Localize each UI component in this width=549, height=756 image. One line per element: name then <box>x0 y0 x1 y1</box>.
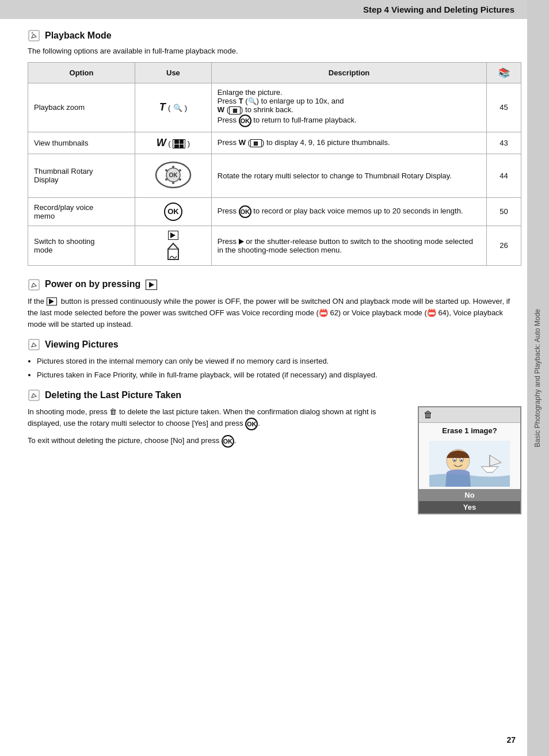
camera-icon <box>162 242 184 261</box>
section1-intro: The following options are available in f… <box>28 47 521 55</box>
pencil-icon-2 <box>28 278 40 291</box>
dialog-header: 🗑 <box>419 407 520 423</box>
use-playback-zoom: T ( 🔍 ) <box>135 83 212 132</box>
section1: Playback Mode The following options are … <box>28 29 521 55</box>
svg-rect-15 <box>29 390 39 400</box>
svg-rect-13 <box>29 280 39 290</box>
play-triangle <box>170 232 176 238</box>
pencil-icon-4 <box>28 389 40 402</box>
sidebar: Basic Photography and Playback: Auto Mod… <box>527 0 549 756</box>
table-header-row: Option Use Description 📚 <box>28 63 521 83</box>
erase-dialog: 🗑 Erase 1 image? <box>418 406 521 514</box>
svg-point-21 <box>461 460 463 461</box>
section4-body1: In shooting mode, press 🗑 to delete the … <box>28 406 406 430</box>
sidebar-text: Basic Photography and Playback: Auto Mod… <box>533 309 543 447</box>
shooting-mode-icons <box>141 231 205 261</box>
desc-thumbnail-rotary: Rotate the rotary multi selector to chan… <box>211 154 486 197</box>
option-view-thumbnails: View thumbnails <box>28 132 135 154</box>
svg-rect-0 <box>29 30 39 41</box>
bullet-1: Pictures stored in the internal memory c… <box>37 356 521 367</box>
section4-title-row: Deleting the Last Picture Taken <box>28 389 521 402</box>
svg-point-9 <box>165 178 167 181</box>
use-voice-memo: OK <box>135 197 212 226</box>
grid-box-2: ▦ <box>250 139 262 147</box>
desc-view-thumbnails: Press W (▦) to display 4, 9, 16 picture … <box>211 132 486 154</box>
table-row: Playback zoom T ( 🔍 ) Enlarge the pictur… <box>28 83 521 132</box>
col-page: 📚 <box>487 63 521 83</box>
page-50: 50 <box>487 197 521 226</box>
section4-content: In shooting mode, press 🗑 to delete the … <box>28 406 521 514</box>
dialog-image: 🗑 Erase 1 image? <box>418 406 521 514</box>
section2-body: If the button is pressed continuously wh… <box>28 296 521 330</box>
inline-play-box <box>47 297 57 306</box>
use-view-thumbnails: W ( ) <box>135 132 212 154</box>
grid-icon-inner <box>174 140 184 148</box>
option-switch-shooting: Switch to shootingmode <box>28 226 135 265</box>
dialog-scene-image <box>429 441 510 487</box>
section2: Power on by pressing If the button is pr… <box>28 278 521 330</box>
play-box-icon <box>168 231 178 240</box>
section3-bullets: Pictures stored in the internal memory c… <box>37 356 521 381</box>
play-icon-inline <box>239 239 244 245</box>
page-43: 43 <box>487 132 521 154</box>
dialog-no-option: No <box>419 489 520 501</box>
section1-heading: Playback Mode <box>45 30 112 41</box>
trash-icon: 🗑 <box>424 410 433 420</box>
section1-title-row: Playback Mode <box>28 29 521 42</box>
page-26: 26 <box>487 226 521 265</box>
svg-text:OK: OK <box>169 172 178 178</box>
bullet-2: Pictures taken in Face Priority, while i… <box>37 369 521 381</box>
ok-icon-3: OK <box>245 418 258 430</box>
desc-voice-memo: Press OK to record or play back voice me… <box>211 197 486 226</box>
rotary-selector-icon: OK <box>152 159 194 191</box>
svg-point-6 <box>179 169 181 171</box>
desc-playback-zoom: Enlarge the picture. Press T (🔍) to enla… <box>211 83 486 132</box>
svg-point-10 <box>165 169 167 171</box>
ok-circle-icon: OK <box>164 203 182 221</box>
dialog-yes-option: Yes <box>419 501 520 513</box>
pencil-icon-3 <box>28 338 40 351</box>
section2-heading: Power on by pressing <box>45 279 157 290</box>
section2-title-row: Power on by pressing <box>28 278 521 291</box>
power-play-triangle <box>149 282 154 288</box>
option-playback-zoom: Playback zoom <box>28 83 135 132</box>
section4: Deleting the Last Picture Taken In shoot… <box>28 389 521 514</box>
dialog-message: Erase 1 image? <box>419 423 520 438</box>
pencil-icon <box>28 29 40 42</box>
section4-heading: Deleting the Last Picture Taken <box>45 390 181 400</box>
svg-line-1 <box>32 32 33 33</box>
page-header: Step 4 Viewing and Deleting Pictures <box>0 0 549 19</box>
svg-rect-14 <box>29 339 39 350</box>
main-content: Playback Mode The following options are … <box>0 29 549 514</box>
svg-point-5 <box>172 166 174 168</box>
svg-point-8 <box>172 182 174 184</box>
power-play-icon <box>146 280 157 290</box>
svg-point-20 <box>454 460 456 461</box>
page-number: 27 <box>506 735 516 744</box>
grid-icon-2 <box>173 139 185 148</box>
table-row: View thumbnails W ( ) Press W (▦) to dis… <box>28 132 521 154</box>
col-option: Option <box>28 63 135 83</box>
table-row: Switch to shootingmode Press <box>28 226 521 265</box>
grid-box-icon: ▦ <box>229 106 241 114</box>
ok-icon-1: OK <box>239 114 251 127</box>
use-switch-shooting <box>135 226 212 265</box>
col-use: Use <box>135 63 212 83</box>
option-voice-memo: Record/play voicememo <box>28 197 135 226</box>
w-letter: W <box>157 137 166 148</box>
section3-heading: Viewing Pictures <box>45 339 119 350</box>
dialog-image-area <box>419 438 520 489</box>
options-table: Option Use Description 📚 Playback zoom T… <box>28 62 521 266</box>
section4-text: In shooting mode, press 🗑 to delete the … <box>28 406 406 448</box>
svg-point-7 <box>179 178 181 181</box>
section4-body2: To exit without deleting the picture, ch… <box>28 435 406 448</box>
q-icon: 🔍 <box>173 104 182 112</box>
use-thumbnail-rotary: OK <box>135 154 212 197</box>
col-description: Description <box>211 63 486 83</box>
page-45: 45 <box>487 83 521 132</box>
section3-title-row: Viewing Pictures <box>28 338 521 351</box>
section3: Viewing Pictures Pictures stored in the … <box>28 338 521 381</box>
desc-switch-shooting: Press or the shutter-release button to s… <box>211 226 486 265</box>
ok-icon-2: OK <box>239 205 251 218</box>
page-44: 44 <box>487 154 521 197</box>
